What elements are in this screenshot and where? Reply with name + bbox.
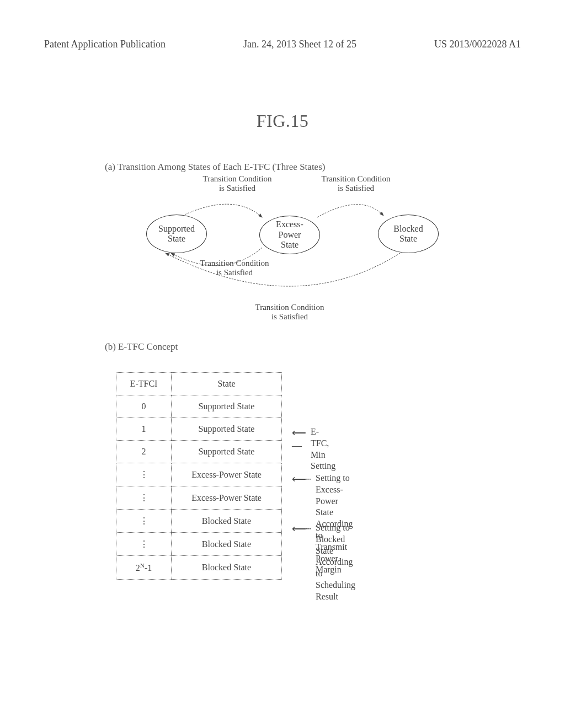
cell-etfci: ⋮: [116, 486, 172, 510]
table-row: ⋮ Excess-Power State: [116, 463, 282, 486]
state-blocked: Blocked State: [378, 215, 439, 253]
cell-etfci: ⋮: [116, 533, 172, 556]
annotation-text: E-TFC, Min Setting: [311, 426, 335, 472]
state-excess-label: Excess- Power State: [276, 220, 303, 250]
cell-etfci: 1: [116, 418, 172, 441]
state-excess-power: Excess- Power State: [259, 216, 320, 254]
table-row: 1 Supported State: [116, 418, 282, 441]
state-supported: Supported State: [146, 215, 207, 253]
arrow-left-dashed-icon: [292, 523, 310, 536]
state-blocked-label: Blocked State: [393, 224, 423, 244]
section-a-label: (a) Transition Among States of Each E-TF…: [105, 162, 521, 173]
table-header-row: E-TFCI State: [116, 373, 282, 395]
table-row: ⋮ Blocked State: [116, 533, 282, 556]
cell-state: Supported State: [172, 395, 282, 418]
header-right: US 2013/0022028 A1: [434, 39, 521, 50]
annotation-text: Setting to Blocked State According to Sc…: [316, 522, 355, 603]
etfc-table-wrap: E-TFCI State 0 Supported State 1 Support…: [116, 372, 521, 593]
header-left: Patent Application Publication: [44, 39, 166, 50]
table-row: ⋮ Blocked State: [116, 510, 282, 533]
table-row: 0 Supported State: [116, 395, 282, 418]
etfc-table: E-TFCI State 0 Supported State 1 Support…: [116, 372, 282, 580]
cell-state: Blocked State: [172, 533, 282, 556]
state-supported-label: Supported State: [158, 224, 195, 244]
figure-title: FIG.15: [44, 111, 521, 131]
table-row: ⋮ Excess-Power State: [116, 486, 282, 510]
table-row: 2 Supported State: [116, 441, 282, 463]
cell-state: Excess-Power State: [172, 486, 282, 510]
arrow-left-icon: [292, 427, 305, 453]
cell-etfci: ⋮: [116, 510, 172, 533]
cell-etfci: ⋮: [116, 463, 172, 486]
cell-etfci: 0: [116, 395, 172, 418]
transition-arrows: [146, 176, 521, 319]
cell-state: Excess-Power State: [172, 463, 282, 486]
header-mid: Jan. 24, 2013 Sheet 12 of 25: [243, 39, 356, 50]
col-etfci: E-TFCI: [116, 373, 172, 395]
page-header: Patent Application Publication Jan. 24, …: [44, 39, 521, 50]
col-state: State: [172, 373, 282, 395]
annotation: E-TFC, Min Setting: [292, 426, 335, 472]
cell-etfci: 2: [116, 441, 172, 463]
cell-state: Blocked State: [172, 556, 282, 580]
cell-state: Blocked State: [172, 510, 282, 533]
cell-state: Supported State: [172, 441, 282, 463]
cell-etfci: 2N-1: [116, 556, 172, 580]
cell-state: Supported State: [172, 418, 282, 441]
arrow-left-dashed-icon: [292, 473, 310, 486]
annotation: Setting to Blocked State According to Sc…: [292, 522, 355, 603]
state-diagram: Supported State Excess- Power State Bloc…: [146, 176, 521, 319]
section-b-label: (b) E-TFC Concept: [105, 341, 521, 352]
table-row: 2N-1 Blocked State: [116, 556, 282, 580]
